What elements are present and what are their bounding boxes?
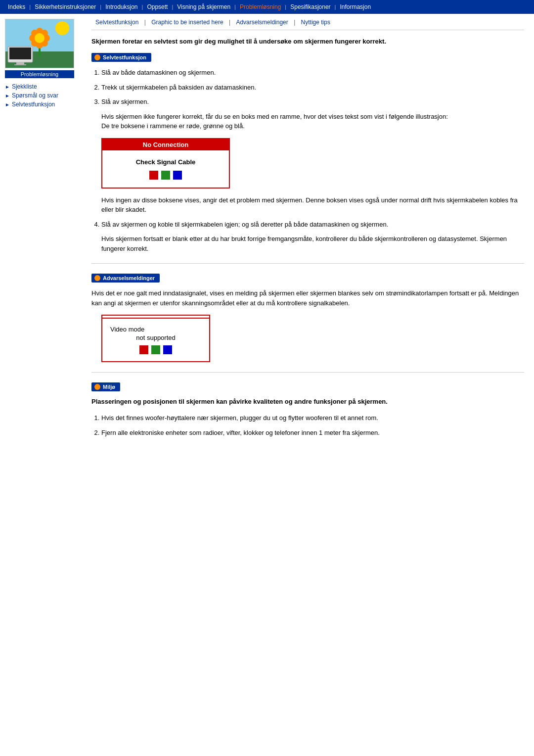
secondary-nav: Selvtestfunksjon | Graphic to be inserte… (91, 19, 524, 30)
section2-badge-label: Advarselsmeldinger (103, 275, 155, 281)
nav-problem[interactable]: Problemløsning (236, 3, 285, 10)
arrow-icon-3: ► (5, 102, 10, 107)
sidebar: Problemløsning ► Sjekkliste ► Spørsmål o… (0, 19, 87, 452)
step-2: Trekk ut skjermkabelen på baksiden av da… (101, 83, 524, 93)
sidebar-link-sjekkliste[interactable]: Sjekkliste (12, 83, 37, 90)
svg-rect-16 (16, 62, 24, 64)
note-2: Hvis ingen av disse boksene vises, angir… (101, 195, 524, 215)
sidebar-image (5, 19, 74, 68)
section3-steps: Hvis det finnes woofer-høyttalere nær sk… (101, 413, 524, 437)
svg-point-13 (35, 33, 44, 43)
square-green (161, 171, 170, 180)
sidebar-item-selvtest[interactable]: ► Selvtestfunksjon (5, 101, 82, 108)
sec-nav-sep-1: | (142, 19, 147, 26)
badge-dot-2 (94, 275, 100, 281)
badge-dot-3 (94, 384, 100, 390)
section2-text: Hvis det er noe galt med inndatasignalet… (91, 288, 524, 308)
color-squares (110, 171, 221, 180)
main-container: Problemløsning ► Sjekkliste ► Spørsmål o… (0, 14, 534, 457)
square-blue-2 (163, 345, 172, 354)
section1-badge: Selvtestfunksjon (91, 53, 151, 62)
step-miljo-1: Hvis det finnes woofer-høyttalere nær sk… (101, 413, 524, 423)
sidebar-item-sjekkliste[interactable]: ► Sjekkliste (5, 83, 82, 90)
sidebar-label: Problemløsning (5, 70, 74, 78)
square-red-2 (139, 345, 148, 354)
color-squares-2 (110, 345, 201, 354)
intro-text: Skjermen foretar en selvtest som gir deg… (91, 37, 524, 46)
sec-nav-advarsels[interactable]: Advarselsmeldinger (232, 19, 292, 26)
no-connection-title: No Connection (102, 139, 229, 150)
content-area: Selvtestfunksjon | Graphic to be inserte… (87, 19, 534, 452)
arrow-icon-2: ► (5, 93, 10, 98)
steps-list-1b: Slå av skjermen og koble til skjermkabel… (101, 220, 524, 230)
arrow-icon-1: ► (5, 84, 10, 90)
check-signal-text: Check Signal Cable (110, 158, 221, 166)
no-connection-body: Check Signal Cable (102, 150, 229, 188)
sec-nav-sep-3: | (292, 19, 297, 26)
nav-visning[interactable]: Visning på skjermen (173, 3, 234, 10)
square-blue (173, 171, 182, 180)
divider-2 (91, 372, 524, 373)
section3-intro: Plasseringen og posisjonen til skjermen … (91, 397, 524, 406)
steps-list-1: Slå av både datamaskinen og skjermen. Tr… (101, 68, 524, 107)
video-mode-box: Video mode not supported (101, 315, 210, 362)
top-nav: Indeks | Sikkerhetsinstruksjoner | Intro… (0, 0, 534, 14)
section3-badge-label: Miljø (103, 384, 115, 390)
nav-spesif[interactable]: Spesifikasjoner (286, 3, 334, 10)
section1-badge-label: Selvtestfunksjon (103, 54, 146, 60)
section2-badge: Advarselsmeldinger (91, 274, 160, 283)
divider-1 (91, 263, 524, 264)
step-miljo-2: Fjern alle elektroniske enheter som radi… (101, 428, 524, 438)
svg-point-2 (55, 21, 69, 35)
sidebar-link-selvtest[interactable]: Selvtestfunksjon (12, 101, 55, 108)
nav-info[interactable]: Informasjon (336, 3, 375, 10)
step-4: Slå av skjermen og koble til skjermkabel… (101, 220, 524, 230)
step-3: Slå av skjermen. (101, 97, 524, 107)
section3-badge: Miljø (91, 382, 120, 391)
sec-nav-nyttige[interactable]: Nyttige tips (297, 19, 334, 26)
vm-title: Video mode (110, 326, 201, 333)
sidebar-item-sporsmal[interactable]: ► Spørsmål og svar (5, 92, 82, 99)
square-green-2 (151, 345, 160, 354)
svg-rect-15 (9, 47, 31, 59)
flower-svg (5, 19, 74, 68)
no-connection-box: No Connection Check Signal Cable (101, 138, 230, 189)
badge-dot-1 (94, 54, 100, 60)
note-3: Hvis skjermen fortsatt er blank etter at… (101, 234, 524, 253)
nav-indeks[interactable]: Indeks (4, 3, 29, 10)
video-mode-body: Video mode not supported (102, 319, 209, 361)
sec-nav-graphic[interactable]: Graphic to be inserted here (147, 19, 227, 26)
nav-intro[interactable]: Introduksjon (101, 3, 141, 10)
nav-oppsett[interactable]: Oppsett (143, 3, 172, 10)
sec-nav-sep-2: | (227, 19, 232, 26)
nav-sikkerhet[interactable]: Sikkerhetsinstruksjoner (31, 3, 100, 10)
sidebar-nav: ► Sjekkliste ► Spørsmål og svar ► Selvte… (5, 83, 82, 108)
note-1: Hvis skjermen ikke fungerer korrekt, får… (101, 112, 524, 131)
vm-sub: not supported (110, 334, 201, 341)
step-1: Slå av både datamaskinen og skjermen. (101, 68, 524, 78)
svg-rect-17 (14, 64, 26, 65)
sec-nav-selvtest[interactable]: Selvtestfunksjon (91, 19, 142, 26)
square-red (149, 171, 158, 180)
sidebar-link-sporsmal[interactable]: Spørsmål og svar (12, 92, 58, 99)
